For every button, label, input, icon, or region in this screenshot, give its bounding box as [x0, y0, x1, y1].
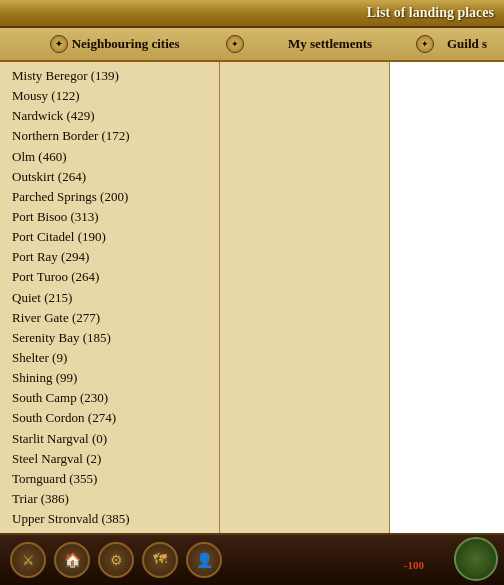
city-list-panel[interactable]: Misty Beregor (139)Mousy (122)Nardwick (…	[0, 62, 220, 533]
header-settlements: My settlements	[245, 36, 415, 52]
city-list-item[interactable]: Port Citadel (190)	[10, 227, 219, 247]
city-list-item[interactable]: River Gate (277)	[10, 308, 219, 328]
city-list-item[interactable]: Northern Border (172)	[10, 126, 219, 146]
compass-icon-2: ✦	[226, 35, 244, 53]
city-list-item[interactable]: Triar (386)	[10, 489, 219, 509]
city-list-item[interactable]: Serenity Bay (185)	[10, 328, 219, 348]
bottom-bar: ⚔ 🏠 ⚙ 🗺 👤 -100	[0, 533, 504, 585]
main-area: ✦ Neighbouring cities ✦ My settlements ✦…	[0, 28, 504, 533]
title-text: List of landing places	[367, 5, 494, 21]
nav-btn-4[interactable]: 🗺	[142, 542, 178, 578]
compass-icon-3: ✦	[416, 35, 434, 53]
city-list-item[interactable]: South Cordon (274)	[10, 408, 219, 428]
settlements-panel	[220, 62, 390, 533]
col-sep-1: ✦	[225, 35, 245, 53]
header-neighbouring: ✦ Neighbouring cities	[5, 35, 225, 53]
city-list-item[interactable]: Upper Stronvald (385)	[10, 509, 219, 529]
city-list-item[interactable]: Port Bisoo (313)	[10, 207, 219, 227]
city-list-item[interactable]: Steel Nargval (2)	[10, 449, 219, 469]
header-row: ✦ Neighbouring cities ✦ My settlements ✦…	[0, 28, 504, 62]
city-list-item[interactable]: Mousy (122)	[10, 86, 219, 106]
city-list-item[interactable]: Nardwick (429)	[10, 106, 219, 126]
city-list-item[interactable]: South Camp (230)	[10, 388, 219, 408]
nav-btn-1[interactable]: ⚔	[10, 542, 46, 578]
title-bar: List of landing places	[0, 0, 504, 28]
city-list-item[interactable]: Shelter (9)	[10, 348, 219, 368]
city-list-item[interactable]: Misty Beregor (139)	[10, 66, 219, 86]
nav-btn-5[interactable]: 👤	[186, 542, 222, 578]
hp-area: -100	[404, 559, 424, 571]
city-list-item[interactable]: Port Turoo (264)	[10, 267, 219, 287]
city-list-item[interactable]: Outskirt (264)	[10, 167, 219, 187]
minimap	[454, 537, 498, 581]
city-list-item[interactable]: Parched Springs (200)	[10, 187, 219, 207]
content-area: Misty Beregor (139)Mousy (122)Nardwick (…	[0, 62, 504, 533]
nav-btn-3[interactable]: ⚙	[98, 542, 134, 578]
compass-icon-1: ✦	[50, 35, 68, 53]
city-list-item[interactable]: Port Ray (294)	[10, 247, 219, 267]
city-list-item[interactable]: Starlit Nargval (0)	[10, 429, 219, 449]
guild-panel	[390, 62, 504, 533]
header-guild: Guild s	[435, 36, 499, 52]
city-list-item[interactable]: Shining (99)	[10, 368, 219, 388]
hp-value: -100	[404, 559, 424, 571]
city-list-item[interactable]: Quiet (215)	[10, 288, 219, 308]
nav-btn-2[interactable]: 🏠	[54, 542, 90, 578]
city-list-item[interactable]: Olm (460)	[10, 147, 219, 167]
city-list-item[interactable]: Tornguard (355)	[10, 469, 219, 489]
col-sep-2: ✦	[415, 35, 435, 53]
